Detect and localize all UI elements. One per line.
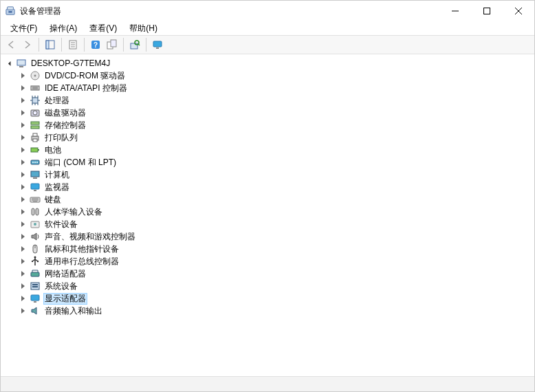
tree-category-label[interactable]: 计算机 <box>43 169 71 181</box>
menu-action[interactable]: 操作(A) <box>44 22 83 35</box>
menu-help[interactable]: 帮助(H) <box>124 22 163 35</box>
usb-icon <box>30 256 41 267</box>
tree-category-row[interactable]: 显示适配器 <box>1 292 534 305</box>
tree-category-label[interactable]: 端口 (COM 和 LPT) <box>43 157 118 168</box>
expander-icon[interactable] <box>19 72 27 80</box>
tree-category-label[interactable]: 系统设备 <box>43 281 79 292</box>
expander-icon[interactable] <box>19 220 27 228</box>
tree-category-label[interactable]: 存储控制器 <box>43 120 87 131</box>
expander-icon[interactable] <box>19 183 27 191</box>
minimize-button[interactable] <box>439 1 471 21</box>
toolbar-update-driver-button[interactable] <box>105 37 120 52</box>
expander-icon[interactable] <box>19 146 27 154</box>
expander-icon[interactable] <box>19 307 27 315</box>
expander-icon[interactable] <box>5 59 13 67</box>
tree-category-label[interactable]: 通用串行总线控制器 <box>43 256 120 268</box>
tree-category-label[interactable]: 监视器 <box>43 182 71 193</box>
toolbar-monitor-button[interactable] <box>150 37 165 52</box>
menu-view[interactable]: 查看(V) <box>84 22 122 35</box>
tree-category-row[interactable]: 磁盘驱动器 <box>1 107 534 119</box>
computer-icon <box>30 169 41 180</box>
expander-icon[interactable] <box>19 133 27 142</box>
expander-icon[interactable] <box>19 158 27 166</box>
expander-icon[interactable] <box>19 208 27 216</box>
tree-category-row[interactable]: 计算机 <box>1 168 534 181</box>
svg-point-33 <box>36 162 38 163</box>
svg-point-22 <box>33 111 37 115</box>
tree-category-label[interactable]: 软件设备 <box>43 219 79 230</box>
maximize-button[interactable] <box>471 1 503 21</box>
toolbar-forward-button[interactable] <box>20 37 35 52</box>
toolbar-properties-button[interactable] <box>65 37 80 52</box>
cpu-icon <box>30 95 41 106</box>
tree-category-row[interactable]: 电池 <box>1 144 534 156</box>
tree-category-label[interactable]: 鼠标和其他指针设备 <box>43 243 120 255</box>
expander-icon[interactable] <box>19 270 27 278</box>
sound-icon <box>30 231 41 242</box>
tree-category-label[interactable]: 人体学输入设备 <box>43 206 104 218</box>
tree-category-row[interactable]: 处理器 <box>1 94 534 107</box>
tree-category-row[interactable]: 人体学输入设备 <box>1 206 534 218</box>
tree-category-row[interactable]: IDE ATA/ATAPI 控制器 <box>1 82 534 94</box>
expander-icon[interactable] <box>19 294 27 303</box>
tree-category-label[interactable]: 声音、视频和游戏控制器 <box>43 231 137 243</box>
svg-point-18 <box>34 75 36 77</box>
tree-category-row[interactable]: 软件设备 <box>1 218 534 230</box>
toolbar-scan-hardware-button[interactable] <box>127 37 142 52</box>
svg-rect-19 <box>31 86 39 90</box>
expander-icon[interactable] <box>19 195 27 204</box>
tree-category-row[interactable]: 通用串行总线控制器 <box>1 255 534 268</box>
close-button[interactable] <box>503 1 534 21</box>
expander-icon[interactable] <box>19 109 27 117</box>
toolbar-back-button[interactable] <box>3 37 19 52</box>
tree-root-label[interactable]: DESKTOP-G7TEM4J <box>30 58 111 68</box>
tree-root-row[interactable]: DESKTOP-G7TEM4J <box>1 57 534 69</box>
toolbar-separator <box>123 38 124 52</box>
svg-rect-3 <box>484 8 490 14</box>
tree-category-row[interactable]: 声音、视频和游戏控制器 <box>1 230 534 243</box>
svg-rect-27 <box>33 139 37 142</box>
expander-icon[interactable] <box>19 257 27 265</box>
tree-category-row[interactable]: 端口 (COM 和 LPT) <box>1 156 534 168</box>
toolbar-separator <box>39 38 39 52</box>
tree-category-row[interactable]: 打印队列 <box>1 131 534 144</box>
tree-category-label[interactable]: 磁盘驱动器 <box>43 107 87 119</box>
expander-icon[interactable] <box>19 282 27 290</box>
statusbar <box>1 376 534 391</box>
tree-category-label[interactable]: 键盘 <box>43 194 63 206</box>
expander-icon[interactable] <box>19 171 27 179</box>
software-icon <box>30 219 41 230</box>
expander-icon[interactable] <box>19 84 27 92</box>
expander-icon[interactable] <box>19 121 27 129</box>
tree-category-label[interactable]: 音频输入和输出 <box>43 305 104 317</box>
toolbar-help-button[interactable]: ? <box>88 37 103 52</box>
tree-category-label[interactable]: IDE ATA/ATAPI 控制器 <box>43 83 129 94</box>
audio-icon <box>30 305 41 316</box>
tree-category-row[interactable]: 鼠标和其他指针设备 <box>1 243 534 255</box>
expander-icon[interactable] <box>19 96 27 105</box>
tree-category-row[interactable]: 音频输入和输出 <box>1 305 534 317</box>
tree-category-row[interactable]: 系统设备 <box>1 280 534 292</box>
tree-category-label[interactable]: 显示适配器 <box>43 293 87 305</box>
tree-category-row[interactable]: DVD/CD-ROM 驱动器 <box>1 69 534 82</box>
tree-category-label[interactable]: 网络适配器 <box>43 268 87 280</box>
toolbar-show-hide-button[interactable] <box>43 37 58 52</box>
tree-category-row[interactable]: 网络适配器 <box>1 268 534 280</box>
tree-category-label[interactable]: 电池 <box>43 144 63 156</box>
tree-category-row[interactable]: 监视器 <box>1 181 534 193</box>
tree-category-row[interactable]: 存储控制器 <box>1 119 534 131</box>
tree-category-row[interactable]: 键盘 <box>1 193 534 206</box>
expander-icon[interactable] <box>19 245 27 253</box>
device-tree[interactable]: DESKTOP-G7TEM4J DVD/CD-ROM 驱动器IDE ATA/AT… <box>1 54 534 376</box>
ide-icon <box>30 83 41 94</box>
svg-rect-51 <box>31 295 39 301</box>
tree-category-label[interactable]: DVD/CD-ROM 驱动器 <box>43 70 127 82</box>
menu-file[interactable]: 文件(F) <box>5 22 43 35</box>
tree-category-label[interactable]: 打印队列 <box>43 132 79 144</box>
svg-rect-29 <box>38 149 39 151</box>
disc-icon <box>30 70 41 81</box>
window-controls <box>439 1 534 21</box>
toolbar-separator <box>84 38 85 52</box>
expander-icon[interactable] <box>19 232 27 241</box>
tree-category-label[interactable]: 处理器 <box>43 95 71 107</box>
